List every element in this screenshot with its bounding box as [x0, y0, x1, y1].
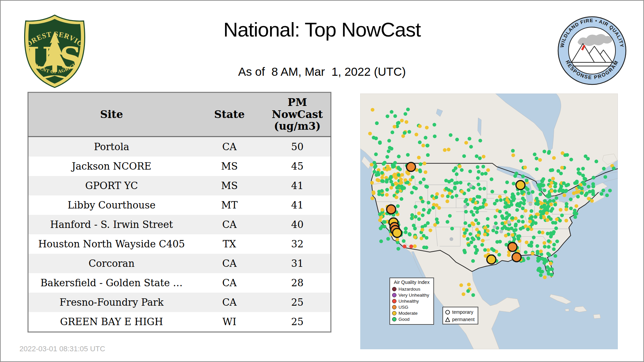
aqi-map: Air Quality Index Hazardous Very Unhealt…	[360, 94, 618, 349]
legend-label: Hazardous	[398, 287, 420, 292]
legend-item: Moderate	[392, 310, 431, 316]
generated-timestamp: 2022-03-01 08:31:05 UTC	[19, 345, 105, 353]
legend-label: Moderate	[398, 311, 418, 316]
site-cell: GREEN BAY E HIGH	[28, 312, 195, 332]
state-cell: WI	[195, 312, 264, 332]
moderate-swatch-icon	[392, 311, 396, 315]
dashboard-slide: FOREST SERVICE U S DEPARTMENT OF AGRICUL…	[0, 0, 644, 362]
value-cell: 40	[264, 215, 331, 234]
table-row: Jackson NCOREMS45	[28, 157, 331, 176]
table-row: Fresno-Foundry ParkCA25	[28, 293, 331, 312]
state-cell: CA	[195, 273, 264, 293]
page-title: National: Top NowCast	[1, 18, 643, 41]
legend-label: Very Unhealthy	[398, 293, 429, 298]
table-row: Hanford - S. Irwin StreetCA40	[28, 215, 331, 234]
column-header-state: State	[195, 93, 264, 137]
hazardous-swatch-icon	[392, 287, 396, 291]
page-subtitle: As of 8 AM, Mar 1, 2022 (UTC)	[1, 65, 643, 78]
state-cell: CA	[195, 254, 264, 273]
legend-label: Unhealthy	[398, 299, 419, 304]
table-row: Houston North Wayside C405TX32	[28, 234, 331, 254]
value-cell: 25	[264, 293, 331, 312]
site-cell: Fresno-Foundry Park	[28, 293, 195, 312]
top-nowcast-table: Site State PM NowCast (ug/m3) PortolaCA5…	[28, 92, 331, 333]
top-site-marker	[487, 255, 496, 264]
state-cell: CA	[195, 215, 264, 234]
unhealthy-swatch-icon	[392, 299, 396, 303]
very-unhealthy-swatch-icon	[392, 293, 396, 297]
table-row: Bakersfield - Golden State …CA28	[28, 273, 331, 293]
state-cell: CA	[195, 293, 264, 312]
permanent-triangle-icon	[445, 317, 450, 322]
site-cell: Corcoran	[28, 254, 195, 273]
legend-item: Very Unhealthy	[392, 292, 431, 298]
aqi-legend: Air Quality Index Hazardous Very Unhealt…	[389, 278, 434, 325]
state-cell: CA	[195, 137, 264, 157]
table-header-row: Site State PM NowCast (ug/m3)	[28, 93, 331, 137]
legend-item: temporary	[445, 308, 476, 316]
state-cell: MS	[195, 157, 264, 176]
wfaqrp-logo: WILDLAND FIRE • AIR QUALITY RESPONSE PRO…	[557, 15, 627, 86]
legend-item: Hazardous	[392, 286, 431, 292]
legend-item: Good	[392, 316, 431, 322]
aqi-legend-title: Air Quality Index	[392, 280, 431, 285]
value-cell: 28	[264, 273, 331, 293]
legend-item: USG	[392, 304, 431, 310]
site-cell: Bakersfield - Golden State …	[28, 273, 195, 293]
state-cell: MS	[195, 176, 264, 195]
top-site-marker	[387, 205, 396, 214]
legend-item: permanent	[445, 316, 476, 323]
value-cell: 41	[264, 195, 331, 215]
column-header-pm-nowcast: PM NowCast (ug/m3)	[264, 93, 331, 137]
table-row: PortolaCA50	[28, 137, 331, 157]
legend-label: permanent	[452, 317, 475, 322]
site-cell: Jackson NCORE	[28, 157, 195, 176]
value-cell: 45	[264, 157, 331, 176]
legend-label: Good	[398, 317, 410, 322]
site-cell: Houston North Wayside C405	[28, 234, 195, 254]
value-cell: 32	[264, 234, 331, 254]
site-cell: Hanford - S. Irwin Street	[28, 215, 195, 234]
table-row: GREEN BAY E HIGHWI25	[28, 312, 331, 332]
top-site-marker	[407, 163, 416, 172]
usg-swatch-icon	[392, 305, 396, 309]
legend-label: temporary	[452, 309, 473, 315]
state-cell: MT	[195, 195, 264, 215]
top-site-marker	[516, 181, 525, 190]
top-site-marker	[512, 253, 521, 262]
legend-label: USG	[398, 305, 408, 310]
state-cell: TX	[195, 234, 264, 254]
top-site-marker	[508, 242, 517, 251]
site-type-legend: temporary permanent	[442, 307, 478, 324]
temporary-circle-icon	[445, 309, 450, 315]
value-cell: 31	[264, 254, 331, 273]
table-row: Libby CourthouseMT41	[28, 195, 331, 215]
good-swatch-icon	[392, 317, 396, 321]
site-cell: Libby Courthouse	[28, 195, 195, 215]
site-cell: GPORT YC	[28, 176, 195, 195]
table-row: CorcoranCA31	[28, 254, 331, 273]
value-cell: 50	[264, 137, 331, 157]
column-header-site: Site	[28, 93, 195, 137]
value-cell: 41	[264, 176, 331, 195]
legend-item: Unhealthy	[392, 298, 431, 304]
site-cell: Portola	[28, 137, 195, 157]
top-site-marker	[392, 228, 401, 237]
value-cell: 25	[264, 312, 331, 332]
table-row: GPORT YCMS41	[28, 176, 331, 195]
